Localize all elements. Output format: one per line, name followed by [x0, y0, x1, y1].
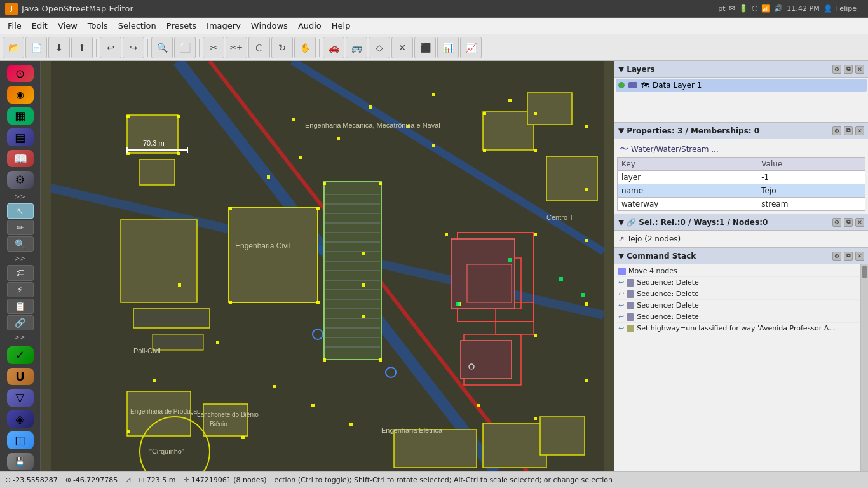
layers-collapse-icon[interactable]: ▼ — [618, 65, 624, 74]
ubuntu-launcher[interactable]: ⊙ — [7, 65, 34, 82]
firefox-launcher[interactable]: ◉ — [7, 86, 34, 103]
select-tool[interactable]: ↖ — [7, 203, 34, 219]
node-icon: ✛ — [183, 476, 189, 484]
settings-launcher[interactable]: ⚙ — [7, 171, 34, 188]
scale-icon: ⊡ — [139, 476, 145, 484]
layers-detach-btn[interactable]: ⧉ — [844, 65, 853, 74]
selection-arrow-icon: ↗ — [618, 234, 625, 243]
chart-button[interactable]: 📈 — [460, 37, 482, 58]
layers-close-btn[interactable]: ✕ — [855, 65, 864, 74]
layer-item[interactable]: 🗺 Data Layer 1 — [616, 79, 867, 92]
command-scrollbar[interactable] — [860, 264, 868, 471]
menu-file[interactable]: File — [3, 20, 27, 32]
selection-settings-btn[interactable]: ⚙ — [832, 218, 841, 227]
cmd-set-icon — [627, 325, 634, 332]
menu-imagery[interactable]: Imagery — [201, 20, 246, 32]
more-tools[interactable]: >> — [7, 253, 34, 264]
svg-rect-79 — [241, 436, 245, 439]
map-canvas[interactable]: Engenharia Mecanica, Mecatrônica e Naval… — [41, 61, 614, 471]
cmd-arrow-icon: ↩ — [618, 278, 624, 287]
rotate-button[interactable]: ↻ — [271, 37, 293, 58]
relation-tool[interactable]: 🔗 — [7, 315, 34, 330]
cmd-move-icon — [618, 268, 626, 275]
cmd-seq-delete-3[interactable]: ↩ Sequence: Delete — [616, 300, 859, 311]
conflict-tool[interactable]: ⚡ — [7, 282, 34, 297]
cmd-move-nodes[interactable]: Move 4 nodes — [616, 266, 859, 277]
command-collapse-icon[interactable]: ▼ — [618, 252, 624, 261]
delete-button[interactable]: ✕ — [391, 37, 413, 58]
svg-rect-62 — [362, 283, 365, 287]
menu-windows[interactable]: Windows — [246, 20, 293, 32]
command-close-btn[interactable]: ✕ — [855, 252, 864, 261]
download-button[interactable]: ⬇ — [48, 37, 70, 58]
zoom-button[interactable]: 🔍 — [151, 37, 173, 58]
more-apps-top[interactable]: >> — [7, 191, 34, 202]
layer-active-indicator — [618, 82, 625, 88]
svg-rect-61 — [362, 252, 365, 255]
open-button[interactable]: 📂 — [3, 37, 24, 58]
selection-item[interactable]: ↗ Tejo (2 nodes) — [618, 233, 864, 245]
history-tool[interactable]: 📋 — [7, 299, 34, 314]
cmd-seq-delete-1[interactable]: ↩ Sequence: Delete — [616, 277, 859, 288]
prop-row-name[interactable]: name Tejo — [618, 184, 865, 198]
menu-selection[interactable]: Selection — [113, 20, 161, 32]
menu-tools[interactable]: Tools — [83, 20, 113, 32]
menu-help[interactable]: Help — [327, 20, 356, 32]
pencil-tool[interactable]: ✏ — [7, 220, 34, 235]
upload-button[interactable]: ⬆ — [71, 37, 93, 58]
menu-view[interactable]: View — [53, 20, 83, 32]
new-button[interactable]: 📄 — [25, 37, 47, 58]
node-button[interactable]: ◇ — [369, 37, 390, 58]
ebook-launcher[interactable]: 📖 — [7, 150, 34, 167]
split-button[interactable]: ✂+ — [226, 37, 247, 58]
zoom-rect-button[interactable]: ⬜ — [174, 37, 196, 58]
funnel-launcher[interactable]: ▽ — [7, 389, 34, 406]
command-settings-btn[interactable]: ⚙ — [832, 252, 841, 261]
menu-edit[interactable]: Edit — [27, 20, 53, 32]
u-launcher[interactable]: U — [7, 368, 34, 385]
bus-button[interactable]: 🚌 — [346, 37, 367, 58]
car-button[interactable]: 🚗 — [323, 37, 344, 58]
check-launcher[interactable]: ✓ — [7, 346, 34, 363]
prop-row-layer[interactable]: layer -1 — [618, 171, 865, 184]
layers-settings-btn[interactable]: ⚙ — [832, 65, 841, 74]
properties-collapse-icon[interactable]: ▼ — [618, 126, 624, 135]
layers-title: Layers — [627, 65, 654, 74]
selection-detach-btn[interactable]: ⧉ — [844, 218, 853, 227]
cmd-seq-delete-2[interactable]: ↩ Sequence: Delete — [616, 288, 859, 300]
svg-rect-81 — [477, 404, 480, 407]
cut-button[interactable]: ✂ — [203, 37, 224, 58]
way-button[interactable]: ⬛ — [414, 37, 436, 58]
undo-button[interactable]: ↩ — [100, 37, 121, 58]
cmd-seq-delete-4[interactable]: ↩ Sequence: Delete — [616, 311, 859, 323]
svg-rect-84 — [585, 302, 588, 306]
cmd-set-highway[interactable]: ↩ Set highway=unclassified for way 'Aven… — [616, 323, 859, 334]
cmd-seq-icon-4 — [627, 313, 634, 321]
svg-rect-40 — [203, 404, 248, 436]
right-panel: ▼ Layers ⚙ ⧉ ✕ 🗺 Data Layer 1 ▼ — [614, 61, 868, 471]
menu-audio[interactable]: Audio — [293, 20, 327, 32]
blue-launcher[interactable]: ◈ — [7, 410, 34, 428]
texteditor-launcher[interactable]: ▤ — [7, 128, 34, 146]
relation-button[interactable]: 📊 — [437, 37, 459, 58]
svg-rect-57 — [483, 112, 486, 115]
hand-button[interactable]: ✋ — [294, 37, 316, 58]
spreadsheet-launcher[interactable]: ▦ — [7, 107, 34, 125]
svg-rect-37 — [133, 309, 210, 328]
menu-presets[interactable]: Presets — [161, 20, 201, 32]
properties-detach-btn[interactable]: ⧉ — [844, 126, 853, 135]
properties-settings-btn[interactable]: ⚙ — [832, 126, 841, 135]
selection-collapse-icon[interactable]: ▼ — [618, 218, 624, 227]
dropbox-launcher[interactable]: ◫ — [7, 431, 34, 449]
properties-close-btn[interactable]: ✕ — [855, 126, 864, 135]
redo-button[interactable]: ↪ — [123, 37, 144, 58]
prop-row-waterway[interactable]: waterway stream — [618, 198, 865, 211]
volume-icon: 🔊 — [774, 4, 783, 13]
tag-tool[interactable]: 🏷 — [7, 265, 34, 280]
merge-button[interactable]: ⬡ — [248, 37, 270, 58]
selection-close-btn[interactable]: ✕ — [855, 218, 864, 227]
zoom-tool[interactable]: 🔍 — [7, 236, 34, 252]
more-tools-bottom[interactable]: >> — [7, 332, 34, 342]
drive-launcher[interactable]: 💾 — [7, 453, 34, 470]
command-detach-btn[interactable]: ⧉ — [844, 252, 853, 261]
